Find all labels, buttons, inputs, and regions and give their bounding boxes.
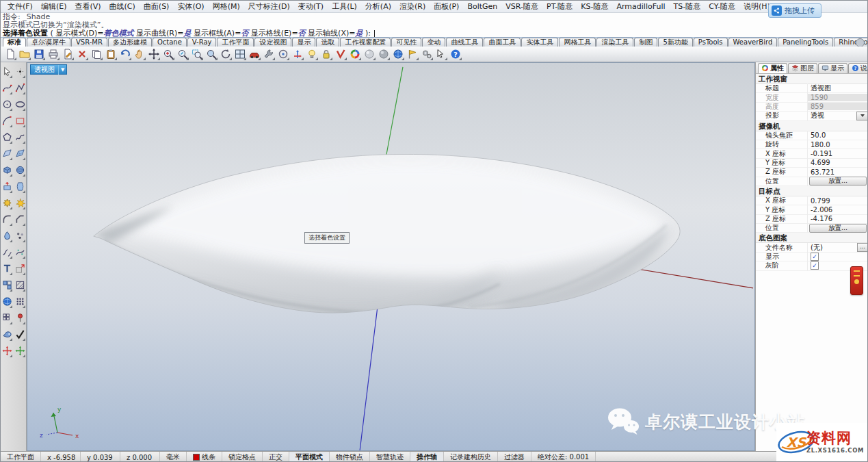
place-button[interactable]: 放置... <box>809 177 867 185</box>
menu-item[interactable]: 工具(L) <box>328 1 361 12</box>
menu-item[interactable]: ArmadilloFull <box>613 1 670 12</box>
toolbar-tab[interactable]: 设定视图 <box>254 38 291 47</box>
command-option-value[interactable]: 否 <box>241 29 248 38</box>
property-value[interactable]: (无) <box>808 243 857 253</box>
pan-hand-icon[interactable] <box>133 47 146 61</box>
point-group-icon[interactable] <box>14 229 26 243</box>
status-toggle[interactable]: 工作平面 <box>1 452 41 462</box>
chamfer-corner-icon[interactable] <box>14 212 26 227</box>
toolbar-tab[interactable]: 变动 <box>422 38 445 47</box>
edit-doc-icon[interactable] <box>61 47 75 61</box>
toolbar-tab[interactable]: 5新功能 <box>658 38 692 47</box>
move-grid-icon[interactable] <box>14 261 26 276</box>
menu-item[interactable]: 分析(A) <box>361 1 395 12</box>
status-toggle[interactable]: 智慧轨迹 <box>370 452 410 462</box>
toolbar-tab[interactable]: 可见性 <box>391 38 421 47</box>
toolbar-tab[interactable]: 工作平面 <box>217 38 254 47</box>
property-value[interactable]: 4.699 <box>808 159 868 166</box>
dropdown-arrow-icon[interactable] <box>856 112 868 120</box>
array-dots-icon[interactable] <box>14 294 26 309</box>
single-point-icon[interactable] <box>14 64 26 79</box>
toolbar-tab[interactable]: VSR-MR <box>71 38 107 47</box>
rotate-view-icon[interactable] <box>219 47 233 61</box>
array-grid-icon[interactable] <box>1 311 13 325</box>
toolbar-tab[interactable]: 渲染工具 <box>596 38 633 47</box>
rotate-green-icon[interactable] <box>14 344 26 358</box>
toolbar-tab[interactable]: 曲面工具 <box>484 38 521 47</box>
pin-tool-icon[interactable] <box>14 311 26 325</box>
command-option-value[interactable]: 是 <box>355 29 363 38</box>
lock-icon[interactable] <box>319 47 333 61</box>
solid-box-icon[interactable] <box>1 163 13 177</box>
hatch-tool-icon[interactable] <box>14 278 26 292</box>
zoom-in-icon[interactable] <box>161 47 175 61</box>
chevron-down-icon[interactable]: ▼ <box>59 67 66 73</box>
menu-item[interactable]: 实体(O) <box>173 1 208 12</box>
promo-sticker[interactable] <box>850 266 863 295</box>
menu-item[interactable]: 编辑(E) <box>37 1 71 12</box>
panel-tab-属性[interactable]: 属性 <box>758 63 787 73</box>
property-value[interactable]: 0.799 <box>808 197 868 205</box>
toolbar-tab[interactable]: 选取 <box>316 38 339 47</box>
property-value[interactable]: 180.0 <box>808 141 868 149</box>
status-toggle[interactable]: 物件锁点 <box>330 452 370 462</box>
status-toggle[interactable]: 锁定格点 <box>222 452 263 462</box>
viewport-layout-icon[interactable] <box>233 47 247 61</box>
menu-item[interactable]: VSR-随意 <box>501 1 542 12</box>
extrude-surface-icon[interactable] <box>1 179 13 194</box>
menu-item[interactable]: 曲线(C) <box>105 1 140 12</box>
options-gears-icon[interactable] <box>420 47 434 61</box>
property-value[interactable]: 50.0 <box>808 131 868 139</box>
zoom-window-icon[interactable] <box>190 47 204 61</box>
boolean-gear-icon[interactable] <box>1 196 13 210</box>
status-toggle[interactable]: 正交 <box>263 452 289 462</box>
handle-curve-icon[interactable] <box>14 245 26 259</box>
zoom-selected-icon[interactable] <box>205 47 218 61</box>
print-icon[interactable] <box>47 47 60 61</box>
upload-button[interactable]: 拖拽上传 <box>768 3 821 18</box>
undo-arrow-icon[interactable] <box>118 47 132 61</box>
paste-clipboard-icon[interactable] <box>104 47 118 61</box>
freeform-curve-icon[interactable] <box>14 130 26 144</box>
new-doc-icon[interactable] <box>3 47 17 61</box>
polygon-icon[interactable] <box>1 130 13 144</box>
render-globe-icon[interactable] <box>391 47 405 61</box>
rotate-red-icon[interactable] <box>1 344 13 358</box>
menu-item[interactable]: 尺寸标注(D) <box>244 1 294 12</box>
surface-corner-icon[interactable] <box>1 146 13 161</box>
check-analyze-icon[interactable] <box>14 327 26 342</box>
pointer-arrow-icon[interactable] <box>1 64 13 79</box>
rectangle-icon[interactable] <box>14 114 26 128</box>
status-toggle[interactable]: 操作轴 <box>410 452 444 462</box>
orbit-circle-icon[interactable] <box>276 47 290 61</box>
toolbar-tab[interactable]: 标准 <box>3 38 26 47</box>
menu-item[interactable]: 文件(F) <box>3 1 37 12</box>
surface-patch-icon[interactable] <box>14 146 26 161</box>
text-tool-icon[interactable] <box>1 261 13 276</box>
zoom-dynamic-icon[interactable] <box>176 47 189 61</box>
checkbox[interactable] <box>811 253 819 261</box>
move-arrows-icon[interactable] <box>147 47 161 61</box>
viewport-canvas[interactable] <box>27 63 754 450</box>
property-value[interactable]: -2.006 <box>808 206 868 214</box>
menu-item[interactable]: 网格(M) <box>209 1 244 12</box>
menu-item[interactable]: 变动(T) <box>294 1 328 12</box>
menu-item[interactable]: 渲染(R) <box>395 1 430 12</box>
curve-blend-icon[interactable] <box>1 245 13 259</box>
property-value[interactable]: -4.176 <box>808 215 868 222</box>
render-globe-icon[interactable] <box>1 294 13 309</box>
status-toggle[interactable]: 毫米 <box>160 452 187 462</box>
panel-tab-说明[interactable]: ?说明 <box>848 63 868 73</box>
toolbar-tab[interactable]: 网格工具 <box>559 38 596 47</box>
toolbar-tab[interactable]: WeaverBird <box>728 38 778 47</box>
checkbox[interactable] <box>811 261 819 270</box>
gray-sphere-icon[interactable] <box>363 47 376 61</box>
block-tool-icon[interactable] <box>1 278 13 292</box>
fillet-corner-icon[interactable] <box>1 212 13 227</box>
toolbar-tab[interactable]: 显示 <box>292 38 315 47</box>
command-option-value[interactable]: 否 <box>298 29 306 38</box>
solid-sphere-icon[interactable] <box>14 163 26 177</box>
viewport-title-tab[interactable]: 透视图 ▼ <box>30 64 67 75</box>
place-button[interactable]: 放置... <box>809 224 867 233</box>
toolbar-tab[interactable]: 工作视窗配置 <box>340 38 391 47</box>
